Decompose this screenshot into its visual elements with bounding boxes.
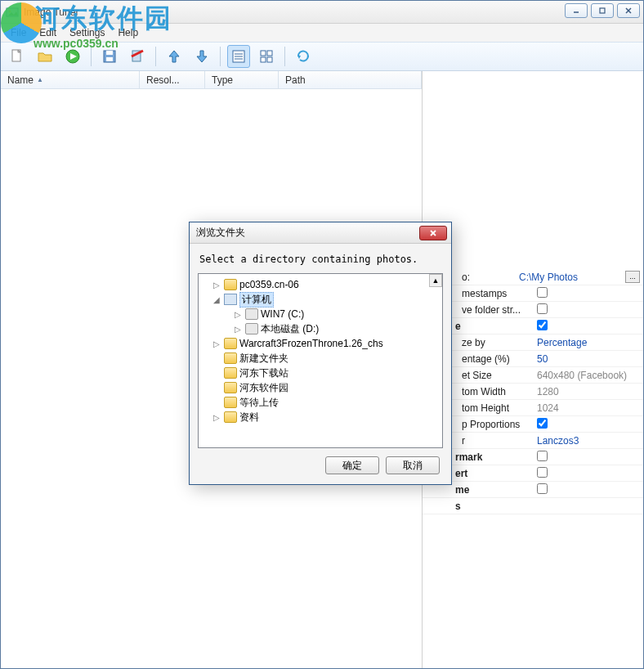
folder-icon xyxy=(224,279,237,290)
prop-rename-check[interactable] xyxy=(537,483,548,494)
col-path[interactable]: Path xyxy=(279,71,422,88)
tree-item[interactable]: 河东软件园 xyxy=(239,381,288,395)
svg-rect-11 xyxy=(106,51,113,55)
svg-rect-21 xyxy=(261,51,266,56)
dialog-cancel-button[interactable]: 取消 xyxy=(386,456,440,474)
prop-resize-section: e xyxy=(455,321,537,332)
menu-settings[interactable]: Settings xyxy=(65,25,110,40)
dialog-close-button[interactable] xyxy=(419,226,447,240)
svg-marker-15 xyxy=(169,51,179,62)
prop-saveto-value[interactable]: C:\My Photos xyxy=(519,272,622,283)
tb-view-grid-icon[interactable] xyxy=(255,45,278,68)
prop-setsize-label: et Size xyxy=(462,370,537,381)
prop-saveto-label: o: xyxy=(462,272,519,283)
col-type[interactable]: Type xyxy=(205,71,279,88)
prop-percentage-label: entage (%) xyxy=(462,353,537,365)
collapse-icon[interactable]: ◢ xyxy=(212,295,221,304)
prop-resizeby-value[interactable]: Percentage xyxy=(537,337,640,348)
list-header: Name▲ Resol... Type Path xyxy=(1,71,422,89)
prop-resize-check[interactable] xyxy=(537,320,548,330)
svg-rect-24 xyxy=(267,57,272,62)
folder-icon xyxy=(224,382,237,393)
menu-edit[interactable]: Edit xyxy=(34,25,61,40)
close-button[interactable] xyxy=(617,3,640,18)
dialog-ok-button[interactable]: 确定 xyxy=(325,456,379,474)
folder-icon xyxy=(224,352,237,364)
tb-up-icon[interactable] xyxy=(163,45,186,68)
tb-open-icon[interactable] xyxy=(34,45,56,68)
maximize-button[interactable] xyxy=(591,3,614,18)
prop-saveto-browse[interactable]: ... xyxy=(625,271,640,283)
menu-file[interactable]: File xyxy=(6,25,31,40)
prop-setsize-value[interactable]: 640x480 (Facebook) xyxy=(537,370,640,381)
expand-icon[interactable]: ▷ xyxy=(233,310,243,319)
folder-tree[interactable]: ▲ ▷pc0359.cn-06 ◢计算机 ▷WIN7 (C:) ▷本地磁盘 (D… xyxy=(198,273,443,448)
minimize-button[interactable] xyxy=(565,3,588,18)
expand-icon[interactable]: ▷ xyxy=(212,413,221,422)
col-resol[interactable]: Resol... xyxy=(140,71,205,88)
drive-icon xyxy=(245,308,258,320)
prop-watermark-check[interactable] xyxy=(537,451,548,461)
tree-scroll-up[interactable]: ▲ xyxy=(429,274,442,287)
tree-item[interactable]: 新建文件夹 xyxy=(239,352,288,366)
browse-folder-dialog: 浏览文件夹 Select a directory containing phot… xyxy=(189,222,452,485)
tb-view-list-icon[interactable] xyxy=(227,45,250,68)
app-icon xyxy=(6,6,19,19)
prop-timestamps-label: mestamps xyxy=(462,288,537,299)
prop-keepprop-check[interactable] xyxy=(537,418,548,429)
properties-panel: o: C:\My Photos ... mestamps ve folder s… xyxy=(423,71,643,668)
tb-down-icon[interactable] xyxy=(190,45,213,68)
prop-misc-section: s xyxy=(455,501,537,512)
svg-rect-23 xyxy=(261,57,266,62)
computer-icon xyxy=(224,294,237,305)
svg-rect-12 xyxy=(106,57,113,61)
menu-help[interactable]: Help xyxy=(113,25,143,40)
svg-marker-16 xyxy=(197,51,207,62)
expand-icon[interactable]: ▷ xyxy=(212,339,221,348)
svg-point-1 xyxy=(9,10,11,12)
svg-marker-25 xyxy=(297,56,301,59)
prop-filter-label: r xyxy=(462,435,537,447)
prop-convert-section: ert xyxy=(455,468,537,479)
toolbar xyxy=(1,42,643,71)
sort-asc-icon: ▲ xyxy=(37,76,43,83)
prop-customh-value[interactable]: 1024 xyxy=(537,402,640,414)
tree-item[interactable]: 本地磁盘 (D:) xyxy=(261,322,319,336)
expand-icon[interactable]: ▷ xyxy=(212,281,221,290)
prop-percentage-value[interactable]: 50 xyxy=(537,353,640,365)
prop-folderstr-label: ve folder str... xyxy=(462,304,537,316)
tb-refresh-icon[interactable] xyxy=(292,45,315,68)
prop-rename-section: me xyxy=(455,484,537,496)
folder-icon xyxy=(224,411,237,423)
expand-icon[interactable]: ▷ xyxy=(233,325,243,334)
tree-item[interactable]: 资料 xyxy=(239,411,259,424)
window-title: Image Tuner xyxy=(24,7,78,18)
dialog-titlebar[interactable]: 浏览文件夹 xyxy=(190,222,451,244)
prop-timestamps-check[interactable] xyxy=(537,287,548,298)
prop-watermark-section: rmark xyxy=(455,451,537,463)
tree-item[interactable]: Warcraft3FrozenThrone1.26_chs xyxy=(239,338,383,349)
tree-item[interactable]: 河东下载站 xyxy=(239,366,288,380)
folder-icon xyxy=(224,367,237,379)
window-titlebar: Image Tuner xyxy=(1,1,643,24)
col-name[interactable]: Name▲ xyxy=(1,71,140,88)
prop-customw-value[interactable]: 1280 xyxy=(537,386,640,397)
drive-icon xyxy=(245,323,258,334)
tree-item[interactable]: WIN7 (C:) xyxy=(261,308,304,320)
tree-item-computer[interactable]: 计算机 xyxy=(239,292,274,308)
tb-new-icon[interactable] xyxy=(6,45,29,68)
prop-convert-check[interactable] xyxy=(537,467,548,478)
tb-save-icon[interactable] xyxy=(98,45,121,68)
tb-run-icon[interactable] xyxy=(61,45,84,68)
prop-customh-label: tom Height xyxy=(462,402,537,414)
prop-resizeby-label: ze by xyxy=(462,337,537,348)
prop-filter-value[interactable]: Lanczos3 xyxy=(537,435,640,447)
dialog-title: 浏览文件夹 xyxy=(196,226,245,240)
tb-delete-icon[interactable] xyxy=(126,45,149,68)
prop-keepprop-label: p Proportions xyxy=(462,419,537,430)
svg-rect-3 xyxy=(600,8,605,13)
tree-item[interactable]: 等待上传 xyxy=(239,396,279,410)
prop-customw-label: tom Width xyxy=(462,386,537,397)
tree-item[interactable]: pc0359.cn-06 xyxy=(239,279,299,290)
prop-folderstr-check[interactable] xyxy=(537,303,548,314)
